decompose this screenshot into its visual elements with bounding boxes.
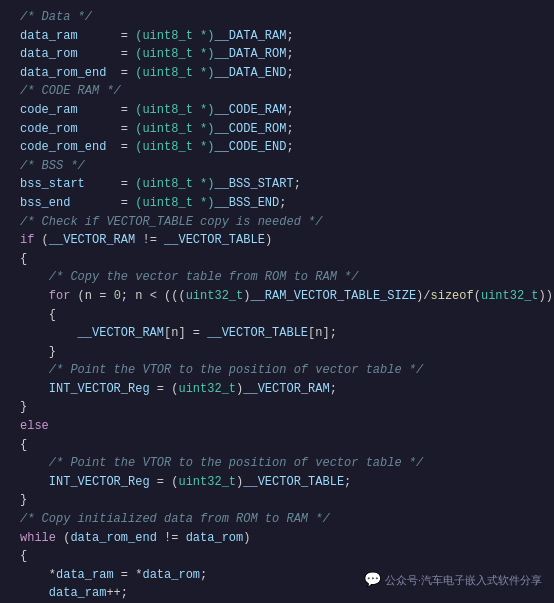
token-var: code_rom — [20, 122, 78, 136]
table-row: { — [0, 306, 554, 325]
token-macro: __DATA_END — [214, 66, 286, 80]
token-plain: } — [49, 345, 56, 359]
code-content: data_ram++; — [20, 584, 128, 603]
token-comment: /* Check if VECTOR_TABLE copy is needed … — [20, 215, 322, 229]
code-content: *data_ram = *data_rom; — [20, 566, 207, 585]
token-var: bss_start — [20, 177, 85, 191]
code-content: { — [20, 547, 27, 566]
table-row: /* Copy initialized data from ROM to RAM… — [0, 510, 554, 529]
token-plain: = — [85, 177, 135, 191]
token-plain: ++; — [106, 586, 128, 600]
token-plain: ; — [286, 66, 293, 80]
token-macro: __VECTOR_RAM — [78, 326, 164, 340]
token-cast: (uint8_t *) — [135, 122, 214, 136]
token-plain: = — [78, 47, 136, 61]
table-row: code_rom = (uint8_t *)__CODE_ROM; — [0, 120, 554, 139]
table-row: bss_end = (uint8_t *)__BSS_END; — [0, 194, 554, 213]
token-comment: /* Copy the vector table from ROM to RAM… — [49, 270, 359, 284]
table-row: { — [0, 436, 554, 455]
table-row: } — [0, 491, 554, 510]
token-plain: != — [135, 233, 164, 247]
token-plain: ; — [200, 568, 207, 582]
code-content: else — [20, 417, 49, 436]
token-var: data_ram — [49, 586, 107, 600]
token-plain: { — [49, 308, 56, 322]
token-plain: ; — [286, 47, 293, 61]
table-row: code_rom_end = (uint8_t *)__CODE_END; — [0, 138, 554, 157]
token-var: bss_end — [20, 196, 70, 210]
token-var: data_rom — [142, 568, 200, 582]
token-keyword: for — [49, 289, 71, 303]
token-plain: = ( — [150, 475, 179, 489]
token-plain: } — [20, 493, 27, 507]
table-row: if (__VECTOR_RAM != __VECTOR_TABLE) — [0, 231, 554, 250]
token-plain: ; — [294, 177, 301, 191]
token-cast: (uint8_t *) — [135, 140, 214, 154]
token-macro: __CODE_END — [214, 140, 286, 154]
token-plain: ; — [344, 475, 351, 489]
code-content: } — [20, 398, 27, 417]
table-row: for (n = 0; n < (((uint32_t)__RAM_VECTOR… — [0, 287, 554, 306]
table-row: code_ram = (uint8_t *)__CODE_RAM; — [0, 101, 554, 120]
token-plain: ; — [286, 122, 293, 136]
code-content: /* BSS */ — [20, 157, 85, 176]
watermark: 💬 公众号·汽车电子嵌入式软件分享 — [364, 569, 542, 591]
token-keyword: else — [20, 419, 49, 433]
token-keyword: if — [20, 233, 34, 247]
code-content: /* Point the VTOR to the position of vec… — [20, 454, 423, 473]
token-var: code_rom_end — [20, 140, 106, 154]
token-comment: /* Copy initialized data from ROM to RAM… — [20, 512, 330, 526]
token-keyword: while — [20, 531, 56, 545]
wechat-icon: 💬 — [364, 569, 381, 591]
code-content: } — [20, 343, 56, 362]
token-cast: uint32_t — [178, 475, 236, 489]
token-plain: { — [20, 438, 27, 452]
token-plain: = ( — [150, 382, 179, 396]
token-plain: ; n < ((( — [121, 289, 186, 303]
table-row: /* Data */ — [0, 8, 554, 27]
table-row: data_ram = (uint8_t *)__DATA_RAM; — [0, 27, 554, 46]
token-plain: )); n++) — [539, 289, 554, 303]
token-macro: __CODE_RAM — [214, 103, 286, 117]
code-content: } — [20, 491, 27, 510]
code-content: /* Copy the vector table from ROM to RAM… — [20, 268, 358, 287]
table-row: /* BSS */ — [0, 157, 554, 176]
code-content: while (data_rom_end != data_rom) — [20, 529, 250, 548]
token-plain: ; — [279, 196, 286, 210]
table-row: else — [0, 417, 554, 436]
code-content: /* Check if VECTOR_TABLE copy is needed … — [20, 213, 322, 232]
code-content: code_ram = (uint8_t *)__CODE_RAM; — [20, 101, 294, 120]
token-macro: INT_VECTOR_Reg — [49, 382, 150, 396]
table-row: /* CODE RAM */ — [0, 82, 554, 101]
table-row: /* Point the VTOR to the position of vec… — [0, 454, 554, 473]
token-macro: __CODE_ROM — [214, 122, 286, 136]
token-plain: != — [157, 531, 186, 545]
token-plain: ) — [243, 531, 250, 545]
table-row: while (data_rom_end != data_rom) — [0, 529, 554, 548]
token-plain: = — [106, 66, 135, 80]
table-row: /* Point the VTOR to the position of vec… — [0, 361, 554, 380]
code-content: /* Copy initialized data from ROM to RAM… — [20, 510, 330, 529]
token-var: data_rom — [20, 47, 78, 61]
token-var: data_rom_end — [70, 531, 156, 545]
token-var: code_ram — [20, 103, 78, 117]
table-row: } — [0, 398, 554, 417]
token-macro: __VECTOR_TABLE — [207, 326, 308, 340]
token-macro: __DATA_ROM — [214, 47, 286, 61]
token-cast: uint32_t — [178, 382, 236, 396]
token-var: data_rom — [186, 531, 244, 545]
token-plain: ; — [286, 103, 293, 117]
code-content: /* CODE RAM */ — [20, 82, 121, 101]
code-content: bss_end = (uint8_t *)__BSS_END; — [20, 194, 286, 213]
table-row: { — [0, 250, 554, 269]
token-plain: ) — [265, 233, 272, 247]
table-row: data_rom_end = (uint8_t *)__DATA_END; — [0, 64, 554, 83]
table-row: data_rom = (uint8_t *)__DATA_ROM; — [0, 45, 554, 64]
token-macro: __VECTOR_RAM — [243, 382, 329, 396]
token-plain: ; — [286, 29, 293, 43]
token-macro: __VECTOR_TABLE — [243, 475, 344, 489]
watermark-text: 公众号·汽车电子嵌入式软件分享 — [385, 572, 542, 589]
code-content: /* Point the VTOR to the position of vec… — [20, 361, 423, 380]
table-row: /* Check if VECTOR_TABLE copy is needed … — [0, 213, 554, 232]
token-plain: [n] = — [164, 326, 207, 340]
